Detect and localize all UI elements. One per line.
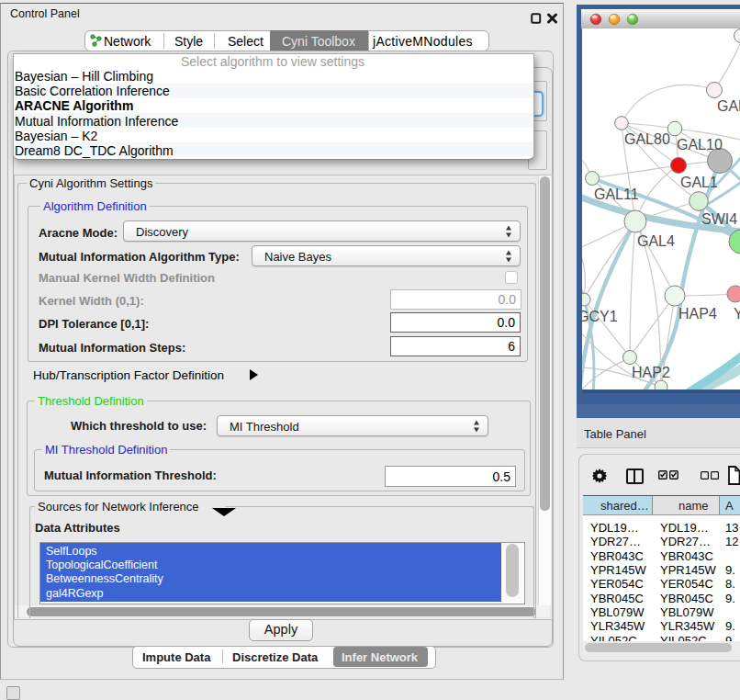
- svg-text:SWI4: SWI4: [701, 211, 737, 227]
- svg-text:Y: Y: [734, 306, 740, 322]
- svg-text:GAL10: GAL10: [677, 137, 723, 152]
- svg-text:GCY1: GCY1: [582, 309, 618, 324]
- svg-text:HAP2: HAP2: [632, 365, 670, 380]
- svg-text:GAL1: GAL1: [680, 175, 718, 190]
- svg-text:GAL80: GAL80: [624, 131, 670, 147]
- svg-text:GAL4: GAL4: [637, 233, 675, 249]
- svg-text:GAL11: GAL11: [594, 186, 639, 202]
- svg-text:HAP4: HAP4: [678, 306, 717, 322]
- svg-text:GAL2: GAL2: [717, 98, 740, 114]
